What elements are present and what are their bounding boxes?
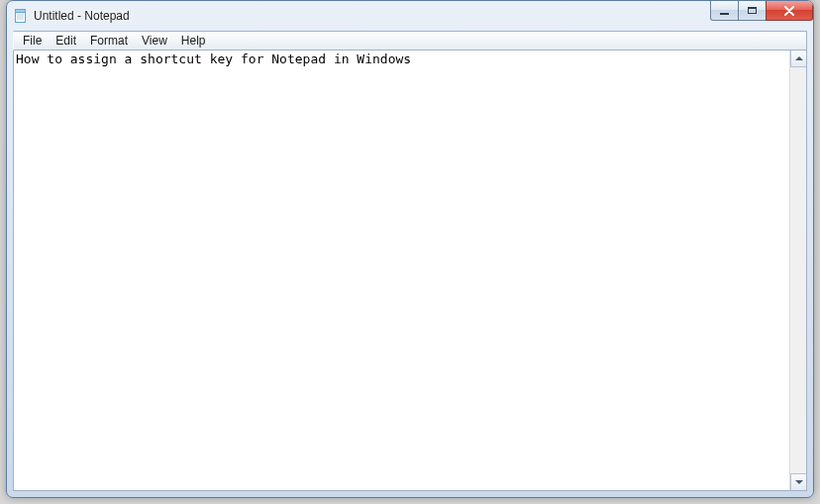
close-icon xyxy=(783,6,795,16)
notepad-icon xyxy=(13,8,29,24)
menu-view[interactable]: View xyxy=(135,32,174,50)
menu-bar: File Edit Format View Help xyxy=(13,31,807,50)
scroll-up-button[interactable] xyxy=(790,50,806,67)
maximize-icon xyxy=(748,7,757,14)
svg-rect-1 xyxy=(16,10,26,13)
maximize-button[interactable] xyxy=(738,1,767,21)
window-controls xyxy=(710,1,813,21)
vertical-scrollbar[interactable] xyxy=(789,50,806,490)
menu-file[interactable]: File xyxy=(16,32,49,50)
client-area xyxy=(13,50,807,491)
arrow-down-icon xyxy=(795,480,803,484)
minimize-icon xyxy=(720,13,729,15)
title-bar[interactable]: Untitled - Notepad xyxy=(7,1,813,31)
arrow-up-icon xyxy=(795,56,803,60)
menu-edit[interactable]: Edit xyxy=(49,32,83,50)
text-editor[interactable] xyxy=(14,50,789,490)
menu-format[interactable]: Format xyxy=(83,32,135,50)
close-button[interactable] xyxy=(766,1,813,21)
window-title: Untitled - Notepad xyxy=(34,9,813,23)
menu-help[interactable]: Help xyxy=(174,32,213,50)
minimize-button[interactable] xyxy=(710,1,739,21)
scroll-down-button[interactable] xyxy=(790,473,806,490)
scroll-track[interactable] xyxy=(790,66,806,473)
notepad-window: Untitled - Notepad File Edit Format View… xyxy=(6,0,814,498)
